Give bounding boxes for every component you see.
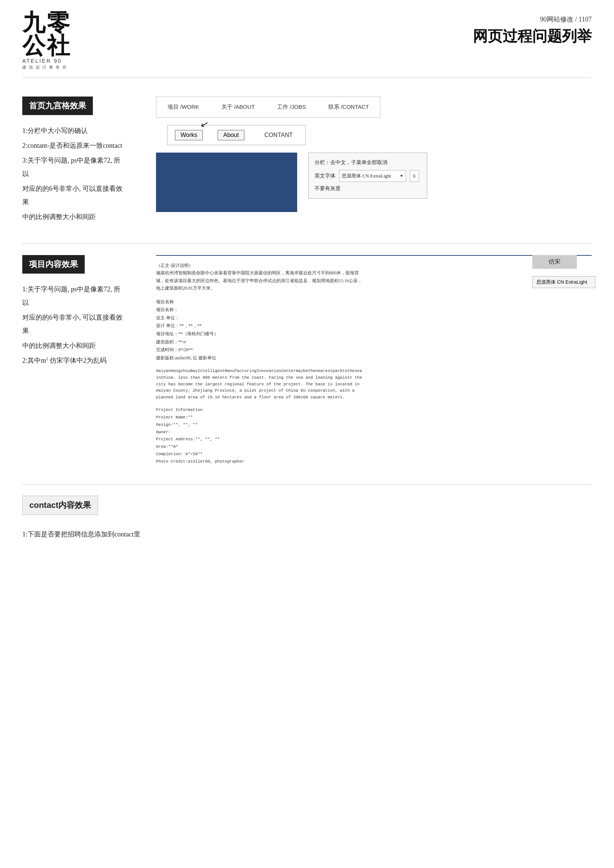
header-subtitle: 90网站修改 / 1107 <box>473 15 592 24</box>
logo-line2: 公社 <box>22 34 72 57</box>
nav-btn-contant: CONTANT <box>259 130 298 140</box>
note2-4: 2:其中m2 仿宋字体中2为乱码 <box>22 354 126 367</box>
right-side-panel: 仿宋 思源黑体 CN ExtraLight <box>532 255 595 288</box>
section2-notes: 1:关于字号问题, ps中是像素72, 所以 对应的的6号非常小, 可以直接看效… <box>22 282 126 367</box>
section1-wrapper: 首页九宫格效果 1:分栏中大小写的确认 2:contant-是否和远原来一致co… <box>0 78 614 243</box>
project-en-info: Project Information Project Name:** Desi… <box>156 406 592 465</box>
side-label-fangsu: 仿宋 <box>532 255 577 269</box>
logo-block: 九零 公社 ATELIER 90 建 筑 设 计 事 务 所 <box>22 11 72 70</box>
annotation-line2: 英文字体 <box>315 171 336 181</box>
section2-wrapper: 项目内容效果 1:关于字号问题, ps中是像素72, 所以 对应的的6号非常小,… <box>0 244 614 484</box>
section2-label-area: 项目内容效果 1:关于字号问题, ps中是像素72, 所以 对应的的6号非常小,… <box>22 255 126 465</box>
logo-english: ATELIER 90 <box>22 58 62 64</box>
annotation-font-row: 英文字体 思源黑体 CN ExtraLight ▼ 6 <box>315 170 421 182</box>
note1-3: 3:关于字号问题, ps中是像素72, 所以 <box>22 154 126 180</box>
header-title: 网页过程问题列举 <box>473 26 592 46</box>
nav-item-work: 项目 /WORK <box>168 104 199 111</box>
side-font-label: 思源黑体 CN ExtraLight <box>532 276 595 288</box>
section1-label-area: 首页九宫格效果 1:分栏中大小写的确认 2:contant-是否和远原来一致co… <box>22 96 126 225</box>
note2-2: 对应的的6号非常小, 可以直接看效果 <box>22 311 126 338</box>
note2-3: 中的比例调整大小和间距 <box>22 339 126 352</box>
project-cn-info: 项目名称 项目名称： 业主 单位： 设计 单位：**，**，** 项目地址：**… <box>156 298 592 362</box>
project-en-text: HaiyanHangzhouBayIntelligentManufacturin… <box>156 368 364 401</box>
section1-notes: 1:分栏中大小写的确认 2:contant-是否和远原来一致contact 3:… <box>22 124 126 223</box>
section2-label-box: 项目内容效果 <box>22 255 85 274</box>
font-select-box[interactable]: 思源黑体 CN ExtraLight ▼ <box>339 170 406 182</box>
nav-btn-about[interactable]: About <box>218 130 244 140</box>
annotation-box: 分栏：去中文，子菜单全部取消 英文字体 思源黑体 CN ExtraLight ▼… <box>308 153 427 198</box>
logo-chinese: 九零 公社 <box>22 11 72 57</box>
note1-4: 对应的的6号非常小, 可以直接看效果 <box>22 182 126 209</box>
header: 九零 公社 ATELIER 90 建 筑 设 计 事 务 所 90网站修改 / … <box>0 0 614 78</box>
nav-mockup: 项目 /WORK 关于 /ABOUT 工作 /JOBS 联系 /CONTACT <box>156 96 380 118</box>
section3-wrapper: contact内容效果 1:下面是否要把招聘信息添加到contact里 <box>0 485 614 561</box>
section3-note: 1:下面是否要把招聘信息添加到contact里 <box>22 530 592 539</box>
note1-5: 中的比例调整大小和间距 <box>22 210 126 223</box>
project-top-line <box>156 255 592 256</box>
nav-buttons-row: Works About CONTANT <box>167 125 306 145</box>
mockup-row: 分栏：去中文，子菜单全部取消 英文字体 思源黑体 CN ExtraLight ▼… <box>156 153 592 212</box>
note2-1: 1:关于字号问题, ps中是像素72, 所以 <box>22 282 126 309</box>
nav-btn-works[interactable]: Works <box>175 130 203 140</box>
section1-label-box: 首页九宫格效果 <box>22 96 93 115</box>
logo-line1: 九零 <box>22 11 72 34</box>
nav-item-contact: 联系 /CONTACT <box>328 104 369 111</box>
section1-content: 项目 /WORK 关于 /ABOUT 工作 /JOBS 联系 /CONTACT … <box>156 96 592 225</box>
font-select-label: 思源黑体 CN ExtraLight <box>342 171 391 181</box>
section2-content: （正文-设计说明） 湘基杭州湾智能制造创新中心坐落着背靠中国院大面最佳的明区，离… <box>156 255 592 465</box>
note1-2: 2:contant-是否和远原来一致contact <box>22 139 126 152</box>
header-right: 90网站修改 / 1107 网页过程问题列举 <box>473 11 592 46</box>
nav-active-container: ↙ Works About CONTANT <box>167 125 592 145</box>
logo-subtitle: 建 筑 设 计 事 务 所 <box>22 65 67 70</box>
project-cn-text: （正文-设计说明） 湘基杭州湾智能制造创新中心坐落着背靠中国院大面最佳的明区，离… <box>156 262 364 292</box>
nav-item-about: 关于 /ABOUT <box>221 104 255 111</box>
annotation-line3: 不要有灰度 <box>315 183 421 194</box>
chevron-down-icon: ▼ <box>399 172 403 180</box>
font-size-box[interactable]: 6 <box>410 170 419 182</box>
annotation-line1: 分栏：去中文，子菜单全部取消 <box>315 157 421 168</box>
section3-label-box: contact内容效果 <box>22 496 98 515</box>
note1-1: 1:分栏中大小写的确认 <box>22 124 126 137</box>
nav-item-jobs: 工作 /JOBS <box>277 104 306 111</box>
blue-rect <box>156 153 297 212</box>
